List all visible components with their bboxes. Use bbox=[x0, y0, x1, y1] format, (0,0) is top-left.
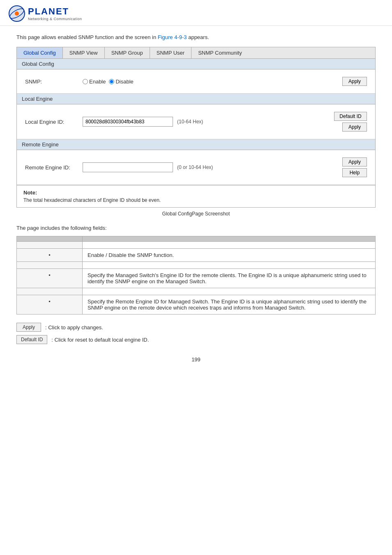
remote-engine-id-input[interactable] bbox=[83, 162, 173, 172]
tab-snmp-user[interactable]: SNMP User bbox=[150, 47, 191, 58]
remote-engine-help-button[interactable]: Help bbox=[342, 168, 367, 177]
intro-text-after: appears. bbox=[187, 34, 209, 40]
config-panel: Global Config SNMP: Enable Disable bbox=[16, 59, 376, 208]
legend-default-id-item: Default ID : Click for reset to default … bbox=[16, 335, 376, 344]
local-engine-id-row: Local Engine ID: (10-64 Hex) Default ID … bbox=[25, 109, 367, 134]
intro-text-before: This page allows enabled SNMP function a… bbox=[16, 34, 158, 40]
main-content: This page allows enabled SNMP function a… bbox=[0, 26, 392, 371]
snmp-controls: Enable Disable bbox=[83, 79, 342, 85]
table-cell-label-1 bbox=[17, 242, 83, 249]
table-cell-desc-3 bbox=[83, 262, 376, 269]
legend-default-id-desc: : Click for reset to default local engin… bbox=[51, 337, 149, 343]
table-cell-bullet-local: • bbox=[17, 269, 83, 288]
tab-global-config[interactable]: Global Config bbox=[17, 47, 63, 58]
snmp-actions: Apply bbox=[342, 77, 367, 86]
table-cell-desc-local: Specify the Managed Switch's Engine ID f… bbox=[83, 269, 376, 288]
local-engine-id-controls: (10-64 Hex) bbox=[83, 117, 334, 127]
snmp-disable-radio[interactable] bbox=[109, 79, 114, 84]
snmp-enable-radio[interactable] bbox=[83, 79, 88, 84]
snmp-disable-label: Disable bbox=[115, 79, 133, 85]
snmp-field-row: SNMP: Enable Disable Apply bbox=[25, 74, 367, 88]
tab-navigation: Global Config SNMP View SNMP Group SNMP … bbox=[16, 47, 376, 59]
logo: PLANET Networking & Communication bbox=[8, 5, 82, 22]
legend-section: Apply : Click to apply changes. Default … bbox=[16, 323, 376, 344]
table-cell-label-5 bbox=[17, 288, 83, 295]
snmp-label: SNMP: bbox=[25, 79, 83, 85]
logo-main-text: PLANET bbox=[28, 6, 82, 17]
table-row: • Specify the Remote Engine ID for Manag… bbox=[17, 295, 376, 314]
table-header-col1 bbox=[17, 236, 83, 242]
table-cell-bullet-snmp: • bbox=[17, 249, 83, 262]
table-cell-label-3 bbox=[17, 262, 83, 269]
fields-table: • Enable / Disable the SNMP function. • … bbox=[16, 236, 376, 314]
page-number: 199 bbox=[16, 356, 376, 363]
default-id-button[interactable]: Default ID bbox=[334, 112, 367, 121]
local-engine-section-header: Local Engine bbox=[17, 94, 375, 104]
local-engine-id-label: Local Engine ID: bbox=[25, 119, 83, 125]
remote-engine-id-hint: (0 or 10-64 Hex) bbox=[177, 164, 213, 170]
table-cell-desc-5 bbox=[83, 288, 376, 295]
note-section: Note: The total hexadecimal characters o… bbox=[17, 185, 375, 207]
table-row bbox=[17, 288, 376, 295]
legend-apply-desc: : Click to apply changes. bbox=[45, 324, 103, 331]
local-engine-id-input[interactable] bbox=[83, 117, 173, 127]
planet-logo-icon bbox=[8, 5, 25, 22]
table-row: • Enable / Disable the SNMP function. bbox=[17, 249, 376, 262]
remote-engine-actions: Apply Help bbox=[342, 157, 367, 177]
legend-default-id-button[interactable]: Default ID bbox=[16, 335, 47, 344]
snmp-enable-option[interactable]: Enable bbox=[83, 79, 106, 85]
tab-snmp-community[interactable]: SNMP Community bbox=[191, 47, 249, 58]
legend-apply-item: Apply : Click to apply changes. bbox=[16, 323, 376, 332]
snmp-enable-label: Enable bbox=[89, 79, 106, 85]
remote-engine-id-row: Remote Engine ID: (0 or 10-64 Hex) Apply… bbox=[25, 155, 367, 180]
remote-engine-section-body: Remote Engine ID: (0 or 10-64 Hex) Apply… bbox=[17, 150, 375, 185]
tab-snmp-view[interactable]: SNMP View bbox=[63, 47, 105, 58]
table-cell-desc-1 bbox=[83, 242, 376, 249]
local-engine-actions: Default ID Apply bbox=[334, 112, 367, 132]
intro-paragraph: This page allows enabled SNMP function a… bbox=[16, 34, 376, 40]
remote-engine-id-controls: (0 or 10-64 Hex) bbox=[83, 162, 342, 172]
table-row bbox=[17, 242, 376, 249]
snmp-disable-option[interactable]: Disable bbox=[109, 79, 133, 85]
table-cell-desc-snmp: Enable / Disable the SNMP function. bbox=[83, 249, 376, 262]
logo-text: PLANET Networking & Communication bbox=[28, 6, 82, 21]
table-header-col2 bbox=[83, 236, 376, 242]
logo-sub-text: Networking & Communication bbox=[28, 17, 82, 21]
global-config-section-body: SNMP: Enable Disable Apply bbox=[17, 69, 375, 94]
legend-apply-button[interactable]: Apply bbox=[16, 323, 41, 332]
local-engine-id-hint: (10-64 Hex) bbox=[177, 119, 203, 125]
page-desc: The page includes the following fields: bbox=[16, 225, 376, 231]
screenshot-caption: Global ConfigPage Screenshot bbox=[16, 211, 376, 217]
note-text: The total hexadecimal characters of Engi… bbox=[23, 197, 369, 203]
snmp-radio-group: Enable Disable bbox=[83, 79, 134, 85]
snmp-apply-button[interactable]: Apply bbox=[342, 77, 367, 86]
table-header-row bbox=[17, 236, 376, 242]
remote-engine-section-header: Remote Engine bbox=[17, 139, 375, 150]
figure-link[interactable]: Figure 4-9-3 bbox=[158, 34, 187, 40]
svg-point-3 bbox=[15, 12, 19, 16]
local-engine-section-body: Local Engine ID: (10-64 Hex) Default ID … bbox=[17, 104, 375, 139]
tab-snmp-group[interactable]: SNMP Group bbox=[105, 47, 150, 58]
local-engine-apply-button[interactable]: Apply bbox=[342, 123, 367, 132]
table-row: • Specify the Managed Switch's Engine ID… bbox=[17, 269, 376, 288]
table-row bbox=[17, 262, 376, 269]
remote-engine-apply-button[interactable]: Apply bbox=[342, 157, 367, 166]
global-config-section-header: Global Config bbox=[17, 59, 375, 69]
page-header: PLANET Networking & Communication bbox=[0, 0, 392, 26]
table-cell-desc-remote: Specify the Remote Engine ID for Managed… bbox=[83, 295, 376, 314]
note-title: Note: bbox=[23, 190, 369, 196]
table-cell-bullet-remote: • bbox=[17, 295, 83, 314]
remote-engine-id-label: Remote Engine ID: bbox=[25, 164, 83, 171]
